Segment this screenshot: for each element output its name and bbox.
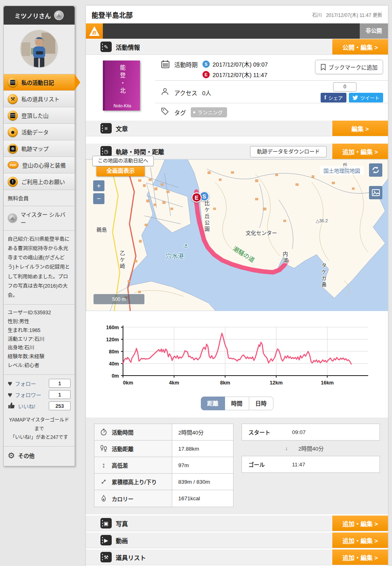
rank-row: マイスター シルバー — [4, 206, 75, 230]
layer-refresh-button[interactable] — [369, 163, 382, 177]
map-diary-button[interactable]: この地図の活動日記へ — [92, 156, 154, 166]
track-edit-button[interactable]: 追加・編集 > — [332, 144, 388, 159]
map-place-label: 比ケ丘公園 — [203, 201, 211, 233]
zoom-in-button[interactable]: + — [93, 180, 104, 191]
text-edit-button[interactable]: 編集 > — [332, 121, 388, 136]
sidebar-item-mountain-guide-pdf[interactable]: PDF 登山の心得と装備 — [4, 157, 75, 173]
photo-layer-button[interactable] — [369, 186, 382, 199]
twitter-tweet-button[interactable]: ツイート — [349, 93, 383, 102]
sidebar-item-activity-diary[interactable]: 私の活動日記 — [4, 74, 75, 90]
avatar[interactable] — [21, 30, 58, 67]
map-zoom-controls: + − — [93, 180, 104, 206]
svg-text:80m: 80m — [109, 349, 119, 355]
flame-icon — [99, 495, 108, 502]
gold-note-line2: 「いいね!」があと247です — [8, 433, 71, 442]
facebook-icon: f — [324, 94, 326, 101]
medal-icon — [54, 10, 64, 20]
tag-pill[interactable]: ランニング — [191, 107, 227, 117]
tag-row: タグ ランニング — [155, 103, 388, 120]
facebook-share-button[interactable]: f シェア — [321, 93, 346, 102]
sidebar-item-activity-data[interactable]: ☻ 活動データ — [4, 123, 75, 140]
video-edit-button[interactable]: 追加・編集 > — [332, 533, 388, 548]
avatar-image — [21, 30, 58, 67]
follower-link[interactable]: フォロワー — [15, 391, 46, 399]
bookmark-button[interactable]: ブックマークに追加 — [315, 60, 384, 74]
globe-icon: ⊕ — [8, 144, 18, 154]
sidebar-item-usage-notice[interactable]: ! ご利用上のお願い — [4, 173, 75, 190]
notebook-icon — [8, 111, 18, 121]
svg-text:4km: 4km — [169, 380, 179, 386]
end-date-line: E 2017/12/07(木) 11:47 — [202, 70, 268, 79]
stats-table: 活動時間 2時間40分 活動距離 17.88km ↕ 高低差 97m — [94, 424, 234, 507]
sidebar-item-climbed-mountains[interactable]: 登頂した山 — [4, 107, 75, 123]
section-title: 文章 — [116, 124, 128, 133]
avatar-wrap — [4, 25, 75, 74]
down-arrow-icon: ↓ — [285, 445, 288, 451]
sidebar-item-label: 私の道具リスト — [21, 95, 60, 103]
sidebar-item-gear-list[interactable]: ⚒ 私の道具リスト — [4, 90, 75, 107]
stat-row-elevation-range: ↕ 高低差 97m — [94, 457, 233, 474]
likes-link[interactable]: いいね! — [18, 402, 46, 410]
sidebar-item-label: 私の活動日記 — [21, 78, 54, 86]
rank-label: マイスター シルバー — [21, 210, 71, 226]
topo-map[interactable]: 鵜島乙ケ崎穴水港⚓比ケ丘公園文化センター潮騒の道内浦タケガ鼻△36.2丘 E S… — [86, 159, 388, 311]
map-scale-bar: 500 m — [93, 294, 145, 305]
section-header-activity-info: ✎ 活動情報 公開・編集 > — [86, 39, 388, 55]
activity-info-rows: 活動時期 S 2017/12/07(木) 09:07 E 2017/12/07(… — [155, 55, 388, 120]
sidebar-header: ミツノリさん — [4, 6, 75, 25]
stopwatch-icon — [99, 428, 108, 436]
map-source-label: 国土地理院地図 — [320, 166, 364, 175]
membership-label: 無料会員 — [4, 190, 75, 206]
section-title: 動画 — [116, 536, 128, 545]
zoom-out-button[interactable]: − — [93, 193, 104, 204]
stat-label: カロリー — [112, 495, 133, 503]
heart-icon: ♥ — [8, 380, 12, 387]
section-title: 道具リスト — [116, 553, 146, 562]
svg-text:0km: 0km — [123, 380, 133, 386]
page-title: 能登半島北部 — [92, 10, 133, 20]
person-icon — [161, 88, 171, 97]
track-download-button[interactable]: 軌跡データをダウンロード — [250, 146, 327, 157]
private-status-badge: 非公開 — [360, 23, 388, 39]
tab-distance[interactable]: 距離 — [201, 397, 225, 410]
start-row: スタート 09:07 — [242, 424, 380, 441]
stat-value: 17.88km — [172, 441, 233, 457]
title-bar: 能登半島北部 石川 2017/12/07(木) 11:47 更新 — [86, 6, 388, 23]
publish-edit-button[interactable]: 公開・編集 > — [332, 39, 388, 54]
title-meta: 石川 2017/12/07(木) 11:47 更新 — [312, 11, 382, 18]
tab-time[interactable]: 時間 — [225, 397, 249, 410]
sidebar-item-label: 活動データ — [21, 128, 49, 136]
elevation-line — [123, 333, 351, 364]
diary-icon — [8, 77, 18, 88]
map-place-label: 内浦 — [281, 251, 289, 264]
heart-icon: ♥ — [8, 391, 12, 399]
social-stats: ♥ フォロー 1 ♥ フォロワー 1 いいね! 253 YAMAPマイスターゴー… — [4, 374, 75, 446]
sidebar-item-label: 登山の心得と装備 — [22, 161, 66, 169]
svg-text:16km: 16km — [321, 380, 334, 386]
yamap-logo-icon — [86, 23, 103, 39]
period-label: 活動時期 — [174, 60, 198, 69]
sidebar-item-track-map[interactable]: ⊕ 軌跡マップ — [4, 140, 75, 157]
gear-edit-button[interactable]: 追加・編集 > — [332, 549, 388, 565]
diagonal-arrow-icon — [99, 478, 108, 485]
map-thumbnail[interactable]: 能登・北 Noto-Kita — [103, 61, 140, 111]
follow-link[interactable]: フォロー — [15, 380, 46, 387]
gear-icon: ⚙ — [8, 451, 15, 459]
tab-datetime[interactable]: 日時 — [249, 397, 273, 410]
access-label: アクセス — [174, 88, 197, 97]
photo-edit-button[interactable]: 追加・編集 > — [332, 516, 388, 531]
sidebar-item-other[interactable]: ⚙ その他 — [4, 446, 75, 464]
likes-row: いいね! 253 — [8, 401, 71, 410]
duration-row: ↓ 2時間40分 — [242, 441, 380, 456]
profile-fields: ユーザーID:535932 性別:男性 生まれ年:1965 活動エリア:石川 出… — [4, 304, 75, 374]
period-row: 活動時期 S 2017/12/07(木) 09:07 E 2017/12/07(… — [155, 55, 388, 81]
bookmark-icon — [321, 64, 326, 71]
footprints-icon — [99, 445, 108, 452]
video-icon: ▶ — [100, 535, 112, 545]
facebook-share-label: シェア — [328, 94, 343, 101]
stat-row-cumulative-elevation: 累積標高上り/下り 839m / 830m — [94, 474, 233, 490]
sidebar-item-label: 登頂した山 — [21, 111, 49, 119]
share-box: 0 f シェア ツイート — [321, 82, 383, 102]
profile-field: 生まれ年:1965 — [8, 326, 71, 335]
username: ミツノリさん — [15, 11, 51, 20]
